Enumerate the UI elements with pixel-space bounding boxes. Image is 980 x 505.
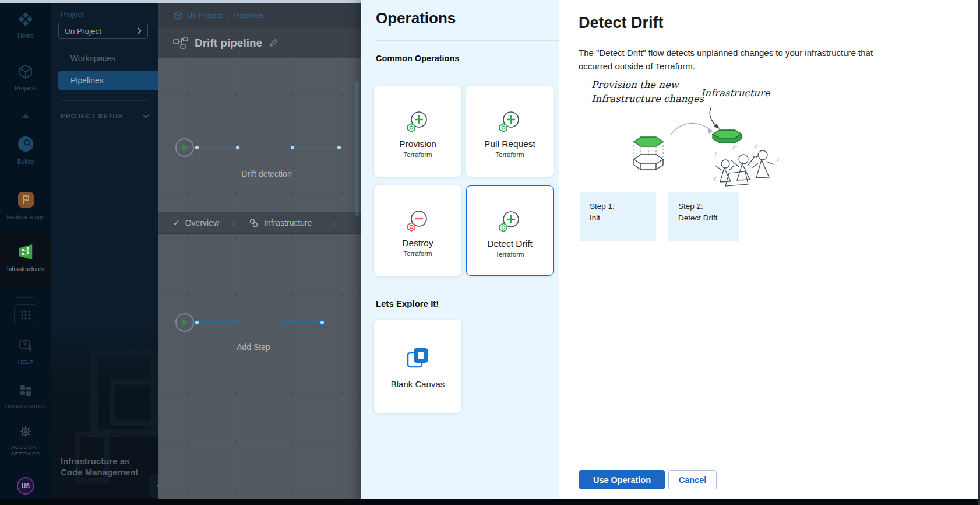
edge-connector xyxy=(295,147,338,148)
chevron-right-icon: › xyxy=(318,218,344,228)
nav-account-settings[interactable]: ACCOUNT SETTINGS xyxy=(0,425,51,457)
app-window: Home Projects Builds Feature Flags Infra… xyxy=(0,0,980,505)
node-port[interactable] xyxy=(319,320,325,325)
explore-heading: Lets Explore It! xyxy=(376,299,439,308)
breadcrumb-separator: › xyxy=(227,11,230,20)
edit-pencil-icon[interactable] xyxy=(269,38,279,48)
chevron-right-icon xyxy=(137,27,142,34)
breadcrumb-project-link[interactable]: Uri Project xyxy=(187,11,223,20)
operation-card-provision[interactable]: Provision Terraform xyxy=(374,86,461,177)
terraform-plus-icon xyxy=(496,207,523,236)
nav-builds-label: Builds xyxy=(0,158,51,165)
detail-description: The "Detect Drift" flow detects unplanne… xyxy=(579,47,898,73)
pipeline-icon xyxy=(173,37,188,49)
operation-card-detect-drift[interactable]: Detect Drift Terraform xyxy=(466,185,554,276)
breadcrumb-pipelines-link[interactable]: Pipelines xyxy=(233,11,264,20)
apps-grid-icon xyxy=(20,310,31,320)
chevron-right-icon: › xyxy=(224,218,244,228)
tab-overview[interactable]: Overview xyxy=(185,218,219,227)
stage-node-label: Drift detection xyxy=(233,169,300,178)
nav-infrastructures[interactable]: Infrastructures xyxy=(0,235,51,287)
music-note: ♪ xyxy=(775,155,781,163)
user-avatar[interactable]: US xyxy=(17,477,34,495)
operation-card-destroy[interactable]: Destroy Terraform xyxy=(374,185,461,276)
step1-line1: Step 1: xyxy=(590,202,615,211)
nav-help[interactable]: ? HELP xyxy=(0,338,51,365)
sidebar-collapse-button[interactable] xyxy=(149,474,158,498)
node-port[interactable] xyxy=(336,145,342,150)
play-icon xyxy=(181,318,189,327)
canvas-scrollbar[interactable] xyxy=(355,82,359,216)
detect-drift-detail-panel: Detect Drift The "Detect Drift" flow det… xyxy=(559,0,980,505)
nav-feature-flags[interactable]: Feature Flags xyxy=(0,191,51,220)
infrastructure-tab-icon xyxy=(249,218,259,228)
drift-illustration: ♪ ♪ ♪ xyxy=(579,79,858,187)
pipeline-title: Drift pipeline xyxy=(195,37,262,50)
music-note: ♪ xyxy=(714,149,717,157)
nav-projects-label: Projects xyxy=(0,85,51,92)
window-bottom-edge xyxy=(0,499,980,505)
rail-divider xyxy=(17,297,34,298)
node-port[interactable] xyxy=(194,145,200,150)
nav-dashboards[interactable]: DASHBOARDS xyxy=(0,384,51,409)
module-switcher-button[interactable] xyxy=(14,304,37,325)
card-subtitle: Terraform xyxy=(403,151,432,158)
card-title: Destroy xyxy=(402,238,433,248)
nav-home[interactable]: Home xyxy=(0,12,51,39)
terraform-plus-icon xyxy=(496,107,523,136)
edge-connector xyxy=(199,147,237,148)
nav-feature-flags-label: Feature Flags xyxy=(0,213,51,220)
operation-card-pull-request[interactable]: Pull Request Terraform xyxy=(466,86,554,177)
pipelines-label: Pipelines xyxy=(70,76,104,85)
module-title: Infrastructure as Code Management xyxy=(61,455,151,478)
stage-start-node[interactable] xyxy=(175,138,194,157)
nav-infrastructures-label: Infrastructures xyxy=(0,266,51,272)
step-box-1: Step 1: Init xyxy=(580,192,656,241)
svg-text:?: ? xyxy=(23,341,26,348)
operation-card-blank-canvas[interactable]: Blank Canvas xyxy=(374,320,461,413)
project-setup-label: PROJECT SETUP xyxy=(61,113,123,120)
tab-infrastructure[interactable]: Infrastructure xyxy=(264,218,312,227)
node-port[interactable] xyxy=(194,320,200,325)
card-title: Pull Request xyxy=(484,139,535,149)
nav-projects[interactable]: Projects xyxy=(0,64,51,92)
card-title: Blank Canvas xyxy=(391,379,445,389)
step1-line2: Init xyxy=(590,213,600,222)
node-port[interactable] xyxy=(290,145,295,150)
step2-line1: Step 2: xyxy=(678,202,703,211)
sidebar-item-workspaces[interactable]: Workspaces xyxy=(58,49,158,68)
stage-tab-bar: ✓ Overview › Infrastructure › xyxy=(158,212,361,234)
card-subtitle: Terraform xyxy=(495,151,524,158)
add-step-label: Add Step xyxy=(221,342,285,352)
node-port[interactable] xyxy=(235,145,241,150)
use-operation-button[interactable]: Use Operation xyxy=(579,470,665,489)
stage-canvas[interactable]: </> Drift detection xyxy=(158,58,361,212)
edge-connector xyxy=(277,322,324,323)
play-icon xyxy=(181,143,189,152)
execution-canvas[interactable]: + Add Step xyxy=(158,234,361,499)
nav-home-label: Home xyxy=(0,32,51,39)
infrastructure-icon xyxy=(17,243,34,261)
sidebar-item-pipelines[interactable]: Pipelines xyxy=(58,71,158,90)
cancel-button[interactable]: Cancel xyxy=(668,470,717,489)
project-section-label: Project xyxy=(61,10,83,19)
drawer-title: Operations xyxy=(376,9,456,27)
pipeline-editor: Uri Project › Pipelines › Drift pipeline… xyxy=(158,0,361,505)
nav-account-settings-label: ACCOUNT SETTINGS xyxy=(0,444,51,457)
project-cube-icon xyxy=(174,11,183,20)
breadcrumb-separator: › xyxy=(268,11,271,20)
gear-icon xyxy=(19,425,33,439)
rail-collapse-triangle-icon[interactable] xyxy=(21,113,30,119)
card-title: Detect Drift xyxy=(487,239,533,249)
edge-connector xyxy=(199,322,239,323)
project-selector[interactable]: Uri Project xyxy=(58,23,148,39)
drawer-divider xyxy=(376,40,559,41)
step2-line2: Detect Drift xyxy=(678,213,718,222)
nav-builds[interactable]: Builds xyxy=(0,135,51,165)
project-setup-section[interactable]: PROJECT SETUP xyxy=(61,113,149,120)
execution-start-node[interactable] xyxy=(175,313,194,332)
project-sidebar: Project Uri Project Workspaces Pipelines… xyxy=(51,0,158,505)
project-selector-value: Uri Project xyxy=(65,27,101,36)
workspaces-label: Workspaces xyxy=(70,54,115,63)
help-chat-icon: ? xyxy=(18,338,33,353)
